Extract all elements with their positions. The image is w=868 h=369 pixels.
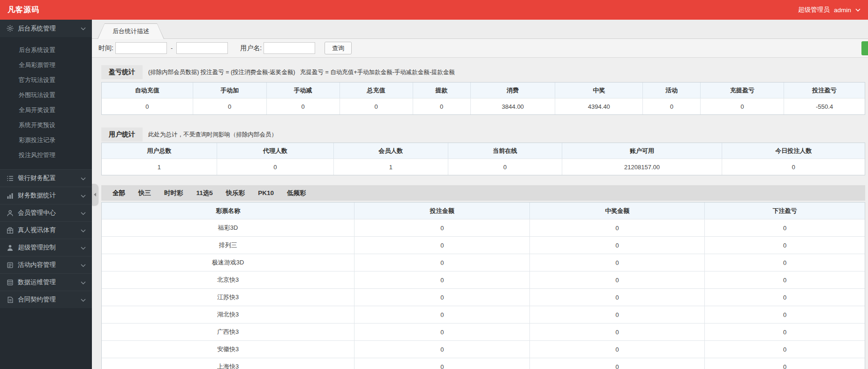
profit-section-description: (排除内部会员数据) 投注盈亏 = (投注消费金额-返奖金额) 充提盈亏 = 自… (148, 68, 455, 76)
profit-cell: 0 (704, 306, 865, 323)
lottery-tab-dipincai[interactable]: 低频彩 (280, 185, 313, 201)
header-cell: 充提盈亏 (700, 83, 784, 98)
value-cell: 0 (413, 98, 470, 114)
sidebar-group-finance-config[interactable]: 银行财务配置 (0, 169, 92, 187)
member-icon (7, 210, 14, 217)
header-cell: 今日投注人数 (722, 143, 865, 158)
sidebar-group-system[interactable]: 后台系统管理 (0, 20, 92, 37)
bet-amount-cell: 0 (354, 271, 529, 288)
bet-amount-cell: 0 (354, 306, 529, 323)
sidebar-group-data-ops[interactable]: 数据运维管理 (0, 273, 92, 291)
profit-table-header-row: 自动充值手动加手动减总充值提款消费中奖活动充提盈亏投注盈亏 (102, 83, 865, 98)
chevron-down-icon (81, 175, 86, 182)
chevron-down-icon (81, 244, 86, 251)
sidebar-group-live-sports[interactable]: 真人视讯体育 (0, 221, 92, 239)
lottery-tab-shishicai[interactable]: 时时彩 (158, 185, 190, 201)
win-amount-cell: 0 (529, 358, 704, 369)
lottery-tab-kuaisan[interactable]: 快三 (132, 185, 158, 201)
value-cell: 0 (340, 98, 413, 114)
sidebar-collapse-handle[interactable] (92, 184, 98, 205)
bet-amount-cell: 0 (354, 254, 529, 271)
lottery-tab-11xuan5[interactable]: 11选5 (190, 185, 219, 201)
profit-table-value-row: 000003844.004394.4000-550.4 (102, 98, 865, 114)
sidebar-subitem[interactable]: 投注风控管理 (0, 148, 92, 163)
sidebar-group-finance-stats[interactable]: 财务数据统计 (0, 187, 92, 204)
time-label: 时间: (98, 44, 113, 53)
user-section-description: 此处为总计，不受查询时间影响（排除内部会员） (148, 131, 277, 139)
filter-bar: 时间: - 用户名: 查询 (92, 39, 868, 58)
lottery-tab-pk10[interactable]: PK10 (251, 185, 280, 201)
lottery-tab-all[interactable]: 全部 (106, 185, 132, 201)
sidebar-group-label: 真人视讯体育 (18, 226, 56, 234)
value-cell: 0 (642, 98, 700, 114)
bar-chart-icon (7, 192, 14, 199)
sidebar-subitem[interactable]: 官方玩法设置 (0, 73, 92, 88)
sidebar-subitem[interactable]: 后台系统设置 (0, 43, 92, 58)
header-cell: 消费 (470, 83, 555, 98)
sidebar-subitem[interactable]: 全局开奖设置 (0, 103, 92, 118)
green-edge-button[interactable] (861, 41, 868, 55)
header-cell: 总充值 (340, 83, 413, 98)
sidebar-group-contract[interactable]: 合同契约管理 (0, 291, 92, 308)
finance-list-icon (7, 175, 14, 182)
sidebar-group-label: 后台系统管理 (18, 24, 56, 33)
search-button[interactable]: 查询 (325, 42, 352, 54)
header-cell: 投注盈亏 (784, 83, 865, 98)
lottery-table-header-row: 彩票名称投注金额中奖金额下注盈亏 (102, 203, 865, 219)
chevron-down-icon (81, 296, 86, 303)
user-section-title: 用户统计 (101, 128, 143, 142)
table-row: 广西快3 0 0 0 (102, 323, 865, 340)
value-cell: 1 (333, 159, 448, 175)
sidebar-subitem[interactable]: 彩票投注记录 (0, 133, 92, 148)
sidebar-subitem[interactable]: 外围玩法设置 (0, 88, 92, 103)
profit-section-title: 盈亏统计 (101, 65, 143, 79)
bet-amount-cell: 0 (354, 219, 529, 236)
value-cell: 1 (102, 159, 217, 175)
time-from-input[interactable] (115, 42, 167, 54)
top-header: 凡客源码 超级管理员 admin (0, 0, 868, 20)
value-cell: 0 (217, 159, 333, 175)
lottery-name-cell: 湖北快3 (102, 306, 354, 323)
user-menu[interactable]: 超级管理员 admin (798, 6, 860, 14)
value-cell: 0 (448, 159, 562, 175)
sidebar-subitem[interactable]: 全局彩票管理 (0, 58, 92, 73)
value-cell: 0 (722, 159, 865, 175)
bet-amount-cell: 0 (354, 237, 529, 254)
lottery-name-cell: 极速游戏3D (102, 254, 354, 271)
sidebar-group-activity[interactable]: 活动内容管理 (0, 256, 92, 273)
header-cell: 活动 (642, 83, 700, 98)
chevron-down-icon (81, 262, 86, 269)
lottery-tab-kuailecai[interactable]: 快乐彩 (219, 185, 252, 201)
profit-section-head: 盈亏统计 (排除内部会员数据) 投注盈亏 = (投注消费金额-返奖金额) 充提盈… (101, 66, 865, 79)
username-label: 用户名: (240, 44, 262, 53)
sidebar-group-label: 财务数据统计 (18, 191, 56, 200)
live-video-icon (7, 227, 14, 234)
tab-backend-stats[interactable]: 后台统计描述 (98, 23, 164, 39)
user-name: admin (834, 7, 851, 14)
sidebar-group-members[interactable]: 会员管理中心 (0, 204, 92, 221)
header-cell: 代理人数 (217, 143, 333, 158)
header-cell: 彩票名称 (102, 203, 354, 219)
header-cell: 用户总数 (102, 143, 217, 158)
username-input[interactable] (264, 42, 315, 54)
time-to-input[interactable] (176, 42, 228, 54)
contract-icon (7, 296, 14, 303)
table-row: 极速游戏3D 0 0 0 (102, 254, 865, 271)
sidebar-group-super-admin[interactable]: 超级管理控制 (0, 239, 92, 256)
value-cell: 0 (193, 98, 266, 114)
lottery-tab-bar: 全部 快三 时时彩 11选5 快乐彩 PK10 低频彩 (101, 185, 865, 201)
table-row: 江苏快3 0 0 0 (102, 288, 865, 306)
profit-cell: 0 (704, 237, 865, 254)
profit-cell: 0 (704, 254, 865, 271)
value-cell: 0 (266, 98, 340, 114)
sidebar-subitem[interactable]: 系统开奖预设 (0, 118, 92, 133)
user-role: 超级管理员 (798, 6, 830, 14)
sidebar-group-label: 超级管理控制 (18, 243, 56, 252)
main-area: 后台统计描述 时间: - 用户名: 查询 盈亏统计 (排除内部会员数据) 投注盈… (92, 20, 868, 369)
tab-label: 后台统计描述 (98, 24, 164, 39)
header-cell: 中奖金额 (529, 203, 704, 219)
lottery-name-cell: 北京快3 (102, 271, 354, 288)
user-section-head: 用户统计 此处为总计，不受查询时间影响（排除内部会员） (101, 128, 865, 141)
header-cell: 手动减 (266, 83, 340, 98)
sidebar-group-label: 数据运维管理 (18, 278, 56, 286)
